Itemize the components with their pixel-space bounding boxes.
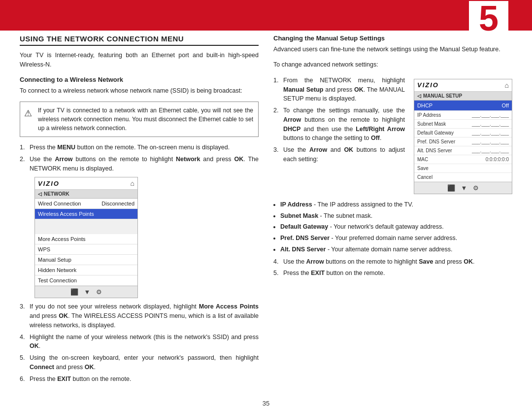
right-steps-text: 1. From the NETWORK menu, highlight Manu… bbox=[273, 76, 405, 168]
wps-label: WPS bbox=[38, 246, 50, 252]
wps-row: WPS bbox=[35, 244, 137, 255]
right-step-5: 5. Press the EXIT button on the remote. bbox=[273, 269, 512, 278]
settings-bullet-list: IP Address - The IP address assigned to … bbox=[273, 200, 512, 254]
hidden-network-label: Hidden Network bbox=[38, 267, 76, 273]
mac-label: MAC bbox=[417, 157, 428, 162]
step-3: 3. If you do not see your wireless netwo… bbox=[20, 302, 259, 330]
step-2: 2. Use the Arrow buttons on the remote t… bbox=[20, 155, 259, 173]
gear-icon: ⚙ bbox=[96, 288, 102, 296]
network-nav-row: ◁ NETWORK bbox=[35, 190, 137, 199]
manual-setup-footer: ⬛ ▼ ⚙ bbox=[414, 182, 512, 194]
subnet-mask-label: Subnet Mask bbox=[417, 121, 446, 127]
default-gateway-row: Default Gateway ___.___.___.___ bbox=[414, 129, 512, 137]
test-connection-row: Test Connection bbox=[35, 275, 137, 286]
subnet-mask-value: ___.___.___.___ bbox=[472, 121, 509, 127]
more-access-points-row: More Access Points bbox=[35, 234, 137, 244]
hidden-network-row: Hidden Network bbox=[35, 265, 137, 275]
subnet-mask-row: Subnet Mask ___.___.___.___ bbox=[414, 120, 512, 129]
home-icon: ⌂ bbox=[131, 179, 134, 187]
step-4: 4. Highlight the name of your wireless n… bbox=[20, 333, 259, 351]
subsection1-heading: Connecting to a Wireless Network bbox=[20, 76, 259, 83]
subsection1-intro: To connect to a wireless network whose n… bbox=[20, 86, 259, 96]
alt-dns-label: Alt. DNS Server bbox=[417, 148, 452, 153]
save-label: Save bbox=[417, 166, 429, 171]
down-arrow-icon: ▼ bbox=[84, 288, 91, 296]
alt-dns-row: Alt. DNS Server ___.___.___.___ bbox=[414, 146, 512, 155]
ip-address-value: ___.___.___.___ bbox=[472, 112, 509, 118]
ip-address-row: IP Address ___.___.___.___ bbox=[414, 111, 512, 120]
monitor-icon-right: ⬛ bbox=[447, 184, 455, 192]
manual-setup-nav-label: MANUAL SETUP bbox=[423, 93, 462, 99]
wireless-label: Wireless Access Points bbox=[38, 211, 94, 217]
manual-setup-label: Manual Setup bbox=[38, 257, 71, 263]
dhcp-row: DHCP Off bbox=[414, 101, 512, 111]
vizio-logo: VIZIO bbox=[38, 180, 60, 187]
cancel-label: Cancel bbox=[417, 174, 432, 180]
monitor-icon: ⬛ bbox=[70, 288, 78, 296]
manual-setup-back-icon: ◁ bbox=[417, 93, 421, 99]
network-ui-footer: ⬛ ▼ ⚙ bbox=[35, 286, 137, 298]
right-intro: Advanced users can fine-tune the network… bbox=[273, 45, 512, 54]
vizio-header: VIZIO ⌂ bbox=[35, 177, 137, 190]
manual-setup-vizio-header: VIZIO ⌂ bbox=[414, 79, 512, 92]
gear-icon-right: ⚙ bbox=[473, 184, 479, 192]
down-arrow-icon-right: ▼ bbox=[461, 184, 467, 192]
right-step-4: 4. Use the Arrow buttons on the remote t… bbox=[273, 257, 512, 267]
bullet-pref-dns: Pref. DNS Server - Your preferred domain… bbox=[280, 234, 512, 243]
network-label: NETWORK bbox=[44, 191, 69, 197]
manual-setup-vizio-logo: VIZIO bbox=[417, 81, 439, 89]
ip-address-label: IP Address bbox=[417, 112, 441, 118]
alt-dns-value: ___.___.___.___ bbox=[472, 148, 509, 153]
ui-spacer bbox=[35, 219, 137, 234]
right-step-3: 3. Use the Arrow and OK buttons to adjus… bbox=[273, 145, 405, 164]
manual-setup-home-icon: ⌂ bbox=[505, 81, 509, 89]
test-connection-label: Test Connection bbox=[38, 277, 77, 283]
page-content: USING THE NETWORK CONNECTION MENU Your T… bbox=[20, 34, 512, 396]
right-steps-list: 1. From the NETWORK menu, highlight Manu… bbox=[273, 76, 405, 164]
default-gateway-value: ___.___.___.___ bbox=[472, 130, 509, 136]
step-intro: To change advanced network settings: bbox=[273, 60, 512, 69]
header-bar bbox=[0, 0, 532, 31]
bullet-subnet: Subnet Mask - The subnet mask. bbox=[280, 211, 512, 221]
intro-text: Your TV is Internet-ready, featuring bot… bbox=[20, 51, 259, 70]
mac-value: 0:0:0:0:0:0 bbox=[486, 157, 509, 162]
step-5: 5. Using the on-screen keyboard, enter y… bbox=[20, 353, 259, 372]
right-step-2: 2. To change the settings manually, use … bbox=[273, 106, 405, 143]
steps-list-left: 1. Press the MENU button on the remote. … bbox=[20, 143, 259, 173]
page-number: 35 bbox=[263, 400, 269, 407]
warning-icon: ⚠ bbox=[24, 107, 32, 120]
manual-setup-nav-row: ◁ MANUAL SETUP bbox=[414, 92, 512, 101]
warning-box: ⚠ If your TV is connected to a network w… bbox=[20, 102, 259, 137]
warning-text: If your TV is connected to a network wit… bbox=[38, 107, 253, 132]
pref-dns-row: Pref. DNS Server ___.___.___.___ bbox=[414, 137, 512, 146]
cancel-row: Cancel bbox=[414, 173, 512, 182]
right-subsection-heading: Changing the Manual Setup Settings bbox=[273, 34, 512, 42]
bullet-alt-dns: Alt. DNS Server - Your alternate domain … bbox=[280, 245, 512, 254]
network-ui-mockup: VIZIO ⌂ ◁ NETWORK Wired Connection Disco… bbox=[34, 177, 138, 298]
step-1: 1. Press the MENU button on the remote. … bbox=[20, 143, 259, 152]
back-arrow-icon: ◁ bbox=[38, 191, 42, 197]
section-title: USING THE NETWORK CONNECTION MENU bbox=[20, 34, 259, 46]
bullet-gateway: Default Gateway - Your network's default… bbox=[280, 222, 512, 232]
pref-dns-value: ___.___.___.___ bbox=[472, 139, 509, 144]
steps-list-left-2: 3. If you do not see your wireless netwo… bbox=[20, 302, 259, 383]
pref-dns-label: Pref. DNS Server bbox=[417, 139, 455, 144]
manual-setup-ui-mockup: VIZIO ⌂ ◁ MANUAL SETUP DHCP Off IP Addre… bbox=[414, 79, 512, 194]
mac-row: MAC 0:0:0:0:0:0 bbox=[414, 155, 512, 164]
right-step1-area: 1. From the NETWORK menu, highlight Manu… bbox=[273, 76, 512, 197]
wired-label: Wired Connection bbox=[38, 201, 81, 206]
wired-connection-row: Wired Connection Disconnected bbox=[35, 199, 137, 209]
default-gateway-label: Default Gateway bbox=[417, 130, 454, 136]
manual-setup-row: Manual Setup bbox=[35, 255, 137, 265]
bullet-ip: IP Address - The IP address assigned to … bbox=[280, 200, 512, 209]
left-column: USING THE NETWORK CONNECTION MENU Your T… bbox=[20, 34, 259, 387]
right-steps-after: 4. Use the Arrow buttons on the remote t… bbox=[273, 257, 512, 278]
wireless-access-points-row: Wireless Access Points bbox=[35, 209, 137, 219]
right-column: Changing the Manual Setup Settings Advan… bbox=[273, 34, 512, 387]
more-ap-label: More Access Points bbox=[38, 236, 86, 242]
chapter-number: 5 bbox=[469, 1, 508, 35]
step-6: 6. Press the EXIT button on the remote. bbox=[20, 375, 259, 384]
right-step-1: 1. From the NETWORK menu, highlight Manu… bbox=[273, 76, 405, 103]
save-row: Save bbox=[414, 164, 512, 173]
dhcp-label: DHCP bbox=[417, 103, 432, 108]
